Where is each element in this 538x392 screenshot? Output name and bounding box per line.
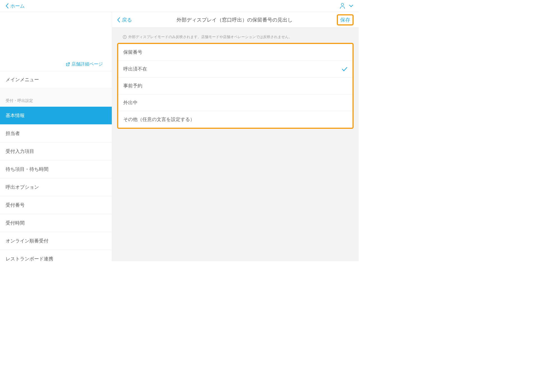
option-row-4[interactable]: その他（任意の文言を設定する） <box>118 111 353 128</box>
sidebar-item-8[interactable]: レストランボード連携 <box>0 250 112 261</box>
sidebar-item-5[interactable]: 受付番号 <box>0 196 112 214</box>
sidebar-item-6[interactable]: 受付時間 <box>0 214 112 232</box>
sidebar: 店舗詳細ページ メインメニュー 受付・呼出設定 基本情報担当者受付入力項目待ち項… <box>0 12 112 261</box>
sidebar-item-2[interactable]: 受付入力項目 <box>0 143 112 160</box>
info-icon <box>123 35 127 39</box>
section-label: 受付・呼出設定 <box>0 88 112 107</box>
external-link-icon <box>66 62 70 66</box>
option-row-3[interactable]: 外出中 <box>118 94 353 111</box>
store-detail-link[interactable]: 店舗詳細ページ <box>66 61 103 67</box>
back-label: 戻る <box>122 17 132 23</box>
info-text: 外部ディスプレイモードのみ反映されます。店舗モードや店舗オペレーションでは反映さ… <box>112 28 359 43</box>
user-icon[interactable] <box>340 3 345 9</box>
svg-point-3 <box>124 36 125 36</box>
sidebar-item-7[interactable]: オンライン順番受付 <box>0 232 112 250</box>
option-label: 外出中 <box>123 99 138 106</box>
sidebar-item-1[interactable]: 担当者 <box>0 125 112 143</box>
info-text-label: 外部ディスプレイモードのみ反映されます。店舗モードや店舗オペレーションでは反映さ… <box>128 34 292 39</box>
app-header: ホーム <box>0 0 359 12</box>
chevron-left-icon <box>117 17 120 22</box>
svg-point-0 <box>341 3 344 6</box>
option-label: その他（任意の文言を設定する） <box>123 116 195 123</box>
content-header: 戻る 外部ディスプレイ（窓口呼出）の保留番号の見出し 保存 <box>112 12 359 28</box>
save-button[interactable]: 保存 <box>337 14 354 25</box>
sidebar-top: 店舗詳細ページ <box>0 12 112 71</box>
chevron-left-icon <box>6 3 9 8</box>
detail-link-label: 店舗詳細ページ <box>71 61 103 67</box>
home-label: ホーム <box>10 3 25 9</box>
sidebar-item-3[interactable]: 待ち項目・待ち時間 <box>0 160 112 178</box>
sidebar-item-0[interactable]: 基本情報 <box>0 107 112 125</box>
chevron-down-icon[interactable] <box>349 5 353 7</box>
main-menu-heading[interactable]: メインメニュー <box>0 71 112 88</box>
option-row-1[interactable]: 呼出済不在 <box>118 61 353 78</box>
option-label: 呼出済不在 <box>123 66 147 72</box>
option-list: 保留番号呼出済不在事前予約外出中その他（任意の文言を設定する） <box>117 43 354 129</box>
option-row-2[interactable]: 事前予約 <box>118 78 353 94</box>
home-link[interactable]: ホーム <box>6 3 25 9</box>
option-row-0[interactable]: 保留番号 <box>118 44 353 61</box>
header-right <box>340 3 353 9</box>
option-label: 事前予約 <box>123 83 142 89</box>
content-panel: 戻る 外部ディスプレイ（窓口呼出）の保留番号の見出し 保存 外部ディスプレイモー… <box>112 12 359 261</box>
sidebar-item-4[interactable]: 呼出オプション <box>0 178 112 196</box>
back-link[interactable]: 戻る <box>117 17 132 23</box>
check-icon <box>342 67 347 71</box>
option-label: 保留番号 <box>123 49 142 55</box>
page-title: 外部ディスプレイ（窓口呼出）の保留番号の見出し <box>177 17 293 23</box>
